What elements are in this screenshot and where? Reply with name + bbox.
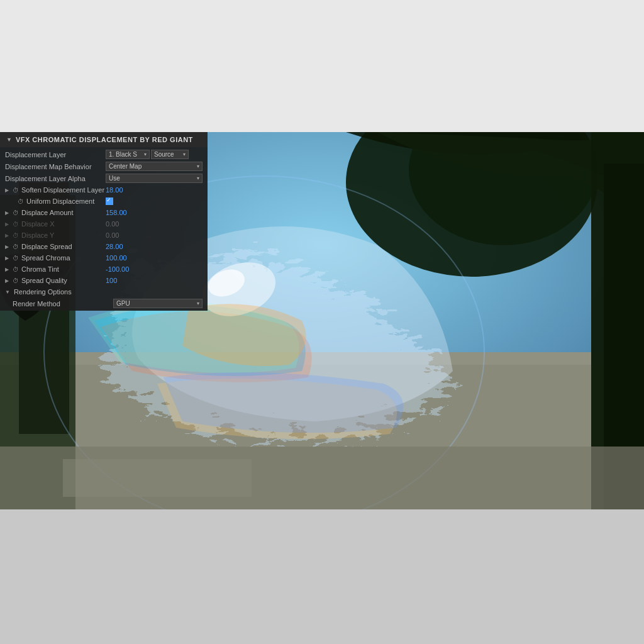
chevron-down-icon: ▾	[197, 164, 199, 169]
displace-y-row: ▶ ⏱ Displace Y 0.00	[0, 230, 208, 241]
render-method-row: Render Method GPU ▾	[0, 297, 208, 309]
chroma-tint-label: ▶ ⏱ Chroma Tint	[5, 265, 106, 273]
stopwatch-icon[interactable]: ⏱	[13, 187, 19, 194]
displacement-map-behavior-row: Displacement Map Behavior Center Map ▾	[0, 160, 208, 172]
uniform-displacement-row: ⏱ Uniform Displacement	[0, 196, 208, 207]
soften-displacement-layer-value[interactable]: 18.00	[106, 186, 203, 194]
displace-spread-value[interactable]: 28.00	[106, 243, 203, 250]
panel-collapse-triangle[interactable]: ▼	[6, 136, 12, 143]
panel-title: VFX CHROMATIC DISPLACEMENT BY RED GIANT	[16, 136, 193, 143]
displace-y-value[interactable]: 0.00	[106, 231, 203, 239]
spread-quality-label: ▶ ⏱ Spread Quality	[5, 277, 106, 284]
top-area	[0, 0, 644, 132]
expand-triangle-icon[interactable]: ▶	[5, 278, 9, 284]
displacement-layer-alpha-dropdown[interactable]: Use ▾	[106, 174, 203, 183]
spread-quality-value[interactable]: 100	[106, 277, 203, 284]
chevron-down-icon: ▾	[197, 301, 199, 306]
soften-displacement-layer-row: ▶ ⏱ Soften Displacement Layer 18.00	[0, 184, 208, 196]
chevron-down-icon: ▾	[144, 152, 147, 157]
stopwatch-icon[interactable]: ⏱	[13, 243, 19, 250]
spread-chroma-label: ▶ ⏱ Spread Chroma	[5, 254, 106, 262]
stopwatch-icon[interactable]: ⏱	[13, 255, 19, 262]
stopwatch-icon[interactable]: ⏱	[13, 232, 19, 239]
displacement-map-behavior-label: Displacement Map Behavior	[5, 163, 106, 170]
uniform-displacement-checkbox[interactable]	[106, 197, 113, 205]
stopwatch-icon[interactable]: ⏱	[13, 209, 19, 216]
displace-y-label: ▶ ⏱ Displace Y	[5, 231, 106, 239]
effects-panel: ▼ VFX CHROMATIC DISPLACEMENT BY RED GIAN…	[0, 132, 208, 311]
displace-spread-label: ▶ ⏱ Displace Spread	[5, 243, 106, 250]
displacement-layer-alpha-row: Displacement Layer Alpha Use ▾	[0, 172, 208, 184]
displacement-layer-type-dropdown[interactable]: Source ▾	[151, 150, 189, 159]
panel-header: ▼ VFX CHROMATIC DISPLACEMENT BY RED GIAN…	[0, 132, 208, 147]
chevron-down-icon: ▾	[197, 175, 199, 181]
expand-triangle-icon[interactable]: ▶	[5, 210, 9, 216]
render-method-value: GPU	[116, 300, 130, 307]
panel-body: Displacement Layer 1. Black S ▾ Source ▾	[0, 147, 208, 311]
render-method-dropdown[interactable]: GPU ▾	[113, 299, 203, 308]
displace-spread-row: ▶ ⏱ Displace Spread 28.00	[0, 241, 208, 252]
displacement-map-behavior-dropdown[interactable]: Center Map ▾	[106, 162, 203, 171]
displacement-layer-source-dropdown[interactable]: 1. Black S ▾	[106, 150, 150, 159]
bottom-area	[0, 509, 644, 644]
displace-x-label: ▶ ⏱ Displace X	[5, 220, 106, 228]
stopwatch-icon[interactable]: ⏱	[13, 266, 19, 273]
spread-chroma-value[interactable]: 100.00	[106, 254, 203, 262]
displace-amount-row: ▶ ⏱ Displace Amount 158.00	[0, 207, 208, 218]
displacement-layer-row: Displacement Layer 1. Black S ▾ Source ▾	[0, 148, 208, 160]
uniform-displacement-label: ⏱ Uniform Displacement	[5, 197, 106, 205]
expand-triangle-icon[interactable]: ▼	[5, 289, 10, 295]
spread-chroma-row: ▶ ⏱ Spread Chroma 100.00	[0, 252, 208, 264]
displace-x-row: ▶ ⏱ Displace X 0.00	[0, 218, 208, 230]
expand-triangle-icon[interactable]: ▶	[5, 233, 9, 238]
rendering-options-label: Rendering Options	[14, 288, 72, 296]
displace-x-value[interactable]: 0.00	[106, 220, 203, 228]
displacement-layer-label: Displacement Layer	[5, 151, 106, 158]
displace-amount-label: ▶ ⏱ Displace Amount	[5, 209, 106, 216]
stopwatch-icon[interactable]: ⏱	[18, 198, 24, 205]
expand-triangle-icon[interactable]: ▶	[5, 187, 9, 193]
chroma-tint-row: ▶ ⏱ Chroma Tint -100.00	[0, 264, 208, 275]
displacement-layer-controls: 1. Black S ▾ Source ▾	[106, 150, 203, 159]
expand-triangle-icon[interactable]: ▶	[5, 255, 9, 261]
expand-triangle-icon[interactable]: ▶	[5, 221, 9, 227]
render-method-label: Render Method	[13, 300, 113, 308]
stopwatch-icon[interactable]: ⏱	[13, 221, 19, 228]
video-area: ▼ VFX CHROMATIC DISPLACEMENT BY RED GIAN…	[0, 132, 644, 509]
displace-amount-value[interactable]: 158.00	[106, 209, 203, 216]
rendering-options-section[interactable]: ▼ Rendering Options	[0, 286, 208, 297]
chevron-down-icon: ▾	[183, 152, 186, 157]
spread-quality-row: ▶ ⏱ Spread Quality 100	[0, 275, 208, 286]
displacement-layer-alpha-label: Displacement Layer Alpha	[5, 175, 106, 182]
soften-displacement-layer-label: ▶ ⏱ Soften Displacement Layer	[5, 186, 106, 194]
stopwatch-icon[interactable]: ⏱	[13, 277, 19, 284]
svg-rect-13	[63, 459, 252, 497]
chroma-tint-value[interactable]: -100.00	[106, 265, 203, 273]
expand-triangle-icon[interactable]: ▶	[5, 244, 9, 250]
main-container: ▼ VFX CHROMATIC DISPLACEMENT BY RED GIAN…	[0, 0, 644, 644]
expand-triangle-icon[interactable]: ▶	[5, 267, 9, 272]
